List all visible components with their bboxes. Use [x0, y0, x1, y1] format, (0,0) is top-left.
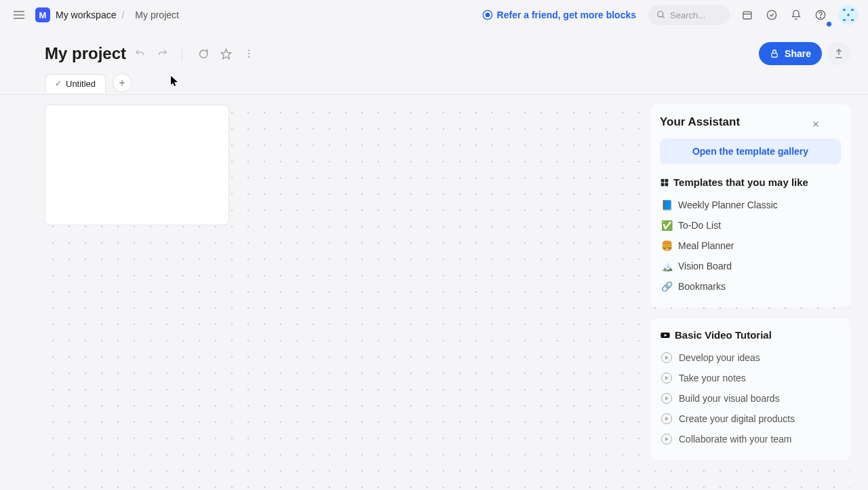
template-label: Bookmarks — [678, 281, 726, 292]
video-item[interactable]: Create your digital products — [660, 409, 841, 429]
favorite-button[interactable] — [216, 44, 235, 63]
template-label: To-Do List — [678, 220, 721, 231]
breadcrumb-separator: / — [121, 10, 124, 20]
calendar-icon — [742, 10, 753, 20]
play-circle-icon — [661, 434, 672, 445]
svg-point-1 — [486, 13, 489, 16]
breadcrumb-workspace[interactable]: My workspace — [56, 10, 116, 20]
add-board-button[interactable] — [113, 73, 132, 92]
video-label: Build your visual boards — [679, 393, 780, 404]
play-circle-icon — [661, 413, 672, 424]
svg-point-6 — [767, 10, 776, 19]
template-item[interactable]: 🔗Bookmarks — [660, 276, 841, 297]
topbar: M My workspace / My project Refer a frie… — [0, 0, 868, 30]
template-label: Meal Planner — [678, 240, 734, 251]
video-heading: Basic Video Tutorial — [660, 329, 841, 341]
svg-point-11 — [248, 53, 250, 54]
notification-dot — [826, 21, 832, 27]
video-item[interactable]: Collaborate with your team — [660, 429, 841, 449]
hamburger-icon — [14, 11, 24, 19]
help-icon — [815, 10, 826, 20]
svg-rect-4 — [743, 12, 751, 19]
template-emoji-icon: 🏔️ — [661, 261, 673, 271]
templates-panel: Your Assistant Open the template gallery… — [650, 105, 850, 307]
template-list: 📘Weekly Planner Classic ✅To-Do List 🍔Mea… — [660, 195, 841, 297]
board-tabs: ✓ Untitled — [0, 71, 868, 95]
close-icon — [812, 120, 820, 128]
lock-icon — [770, 49, 779, 58]
svg-point-10 — [248, 50, 250, 51]
template-item[interactable]: ✅To-Do List — [660, 215, 841, 235]
check-icon: ✓ — [55, 79, 62, 88]
user-avatar[interactable] — [838, 5, 859, 25]
play-circle-icon — [661, 373, 672, 383]
template-item[interactable]: 🏔️Vision Board — [660, 256, 841, 276]
notifications-button[interactable] — [785, 4, 807, 26]
template-item[interactable]: 📘Weekly Planner Classic — [660, 195, 841, 215]
svg-rect-18 — [661, 178, 665, 182]
help-button[interactable] — [810, 4, 831, 26]
refer-friend-link[interactable]: Refer a friend, get more blocks — [482, 10, 636, 20]
video-item[interactable]: Develop your ideas — [660, 347, 841, 368]
video-label: Collaborate with your team — [679, 434, 792, 445]
svg-point-12 — [248, 56, 250, 58]
template-emoji-icon: ✅ — [661, 220, 673, 231]
template-item[interactable]: 🍔Meal Planner — [660, 235, 841, 256]
video-label: Take your notes — [679, 373, 746, 383]
search-icon — [656, 10, 666, 20]
open-template-gallery-button[interactable]: Open the template gallery — [660, 138, 841, 164]
workspace-badge[interactable]: M — [35, 7, 50, 22]
breadcrumb-current[interactable]: My project — [135, 10, 179, 20]
project-title: My project — [45, 44, 126, 63]
comments-button[interactable] — [193, 44, 212, 63]
more-options-button[interactable] — [239, 44, 258, 63]
video-icon — [660, 330, 671, 341]
star-icon — [220, 48, 232, 60]
calendar-button[interactable] — [736, 4, 758, 26]
comment-icon — [197, 48, 209, 60]
templates-heading: Templates that you may like — [660, 176, 841, 188]
share-button[interactable]: Share — [759, 42, 822, 65]
svg-rect-21 — [665, 183, 669, 186]
template-label: Vision Board — [678, 261, 732, 271]
gift-icon — [482, 10, 493, 20]
search-placeholder: Search... — [670, 10, 705, 20]
hamburger-menu-button[interactable] — [9, 5, 28, 24]
search-input[interactable]: Search... — [648, 5, 730, 25]
template-label: Weekly Planner Classic — [678, 200, 778, 210]
empty-node[interactable] — [45, 105, 229, 225]
project-header: My project Share — [0, 30, 868, 71]
template-emoji-icon: 🔗 — [661, 281, 673, 292]
close-assistant-button[interactable] — [808, 117, 823, 132]
tasks-button[interactable] — [761, 4, 783, 26]
board-tab[interactable]: ✓ Untitled — [45, 74, 106, 93]
more-vertical-icon — [243, 48, 254, 59]
redo-button[interactable] — [153, 44, 172, 63]
board-tab-label: Untitled — [66, 79, 96, 89]
export-button[interactable] — [827, 42, 850, 65]
video-tutorial-panel: Basic Video Tutorial Develop your ideas … — [650, 318, 850, 460]
video-item[interactable]: Take your notes — [660, 368, 841, 388]
video-item[interactable]: Build your visual boards — [660, 388, 841, 409]
video-label: Create your digital products — [679, 413, 795, 424]
redo-icon — [157, 48, 168, 59]
svg-line-3 — [663, 16, 665, 18]
svg-marker-9 — [221, 49, 231, 58]
check-circle-icon — [766, 10, 777, 20]
play-circle-icon — [661, 393, 672, 404]
svg-rect-19 — [665, 178, 669, 182]
undo-icon — [134, 48, 145, 59]
play-circle-icon — [661, 352, 672, 363]
template-emoji-icon: 📘 — [661, 200, 673, 210]
video-list: Develop your ideas Take your notes Build… — [660, 347, 841, 449]
template-emoji-icon: 🍔 — [661, 240, 673, 251]
svg-rect-20 — [661, 183, 665, 186]
svg-rect-13 — [772, 53, 777, 57]
grid-icon — [660, 178, 669, 187]
undo-button[interactable] — [130, 44, 149, 63]
svg-point-8 — [820, 17, 821, 18]
video-label: Develop your ideas — [679, 352, 760, 363]
bell-icon — [791, 10, 802, 20]
canvas[interactable]: Your Assistant Open the template gallery… — [0, 95, 868, 489]
assistant-panel: Your Assistant Open the template gallery… — [650, 105, 850, 460]
